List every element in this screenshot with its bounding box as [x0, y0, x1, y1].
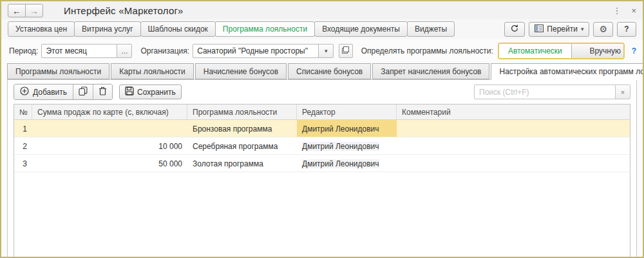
table-row[interactable]: 1 Бронзовая программа Дмитрий Леонидович	[14, 120, 630, 137]
forward-button[interactable]: →	[25, 4, 43, 17]
cell-program[interactable]: Бронзовая программа	[187, 120, 297, 137]
toggle-help-link[interactable]: ?	[632, 46, 636, 55]
cell-editor[interactable]: Дмитрий Леонидович	[302, 159, 379, 168]
cell-comment[interactable]	[397, 120, 630, 137]
column-header-editor[interactable]: Редактор	[297, 104, 397, 119]
filter-row: Период: Этот месяц ... Организация: Сана…	[1, 39, 643, 63]
table-header-row: № Сумма продаж по карте (с, включая) Про…	[14, 104, 630, 120]
back-button[interactable]: ←	[8, 4, 26, 17]
organization-open-button[interactable]	[339, 44, 353, 58]
goto-dropdown-icon: ▾	[581, 26, 584, 32]
chevron-down-icon: ▾	[325, 48, 328, 54]
window-menu-icon[interactable]: ⋮	[612, 6, 621, 15]
column-header-program[interactable]: Программа лояльности	[187, 104, 297, 119]
app-window: ← → Интерфейс «Маркетолог» ⋮ × Установка…	[0, 0, 644, 258]
back-arrow-icon: ←	[12, 6, 21, 16]
list-toolbar: Добавить Сохранить	[14, 84, 630, 104]
cell-num[interactable]: 1	[14, 120, 32, 137]
command-bar: Установка цен Витрина услуг Шаблоны скид…	[1, 19, 643, 39]
organization-control: Санаторий "Родные просторы" ▾	[193, 44, 334, 58]
goto-label: Перейти	[547, 25, 578, 34]
main-tab-strip: Установка цен Витрина услуг Шаблоны скид…	[8, 21, 455, 37]
tab-content-panel: Добавить Сохранить	[7, 79, 637, 258]
copy-button[interactable]	[73, 84, 93, 99]
tab-discount-templates[interactable]: Шаблоны скидок	[140, 21, 216, 37]
subtab-bonus-writeoff[interactable]: Списание бонусов	[288, 63, 371, 79]
edit-button-group: Добавить	[14, 84, 113, 100]
subtab-loyalty-cards[interactable]: Карты лояльности	[111, 63, 194, 79]
period-label: Период:	[9, 46, 38, 55]
cell-editor-focused[interactable]: Дмитрий Леонидович	[297, 120, 397, 137]
refresh-icon	[510, 24, 519, 35]
period-more-button[interactable]: ...	[117, 44, 132, 58]
search-control: ×	[474, 84, 630, 99]
period-input[interactable]: Этот месяц	[41, 44, 117, 58]
organization-dropdown-button[interactable]: ▾	[318, 44, 334, 58]
toggle-manual[interactable]: Вручную	[572, 44, 625, 58]
goto-button[interactable]: Перейти ▾	[529, 22, 589, 37]
subtab-auto-program-settings[interactable]: Настройка автоматических программ лояльн…	[491, 63, 644, 80]
copy-icon	[79, 86, 88, 97]
sub-tab-strip: Программы лояльности Карты лояльности На…	[1, 63, 643, 79]
history-nav: ← →	[8, 4, 43, 17]
cell-comment[interactable]	[397, 155, 630, 172]
cell-amount[interactable]: 50 000	[32, 155, 187, 172]
tab-widgets[interactable]: Виджеты	[407, 21, 455, 37]
help-button[interactable]: ?	[617, 22, 636, 37]
window-close-icon[interactable]: ×	[631, 6, 636, 15]
cell-comment[interactable]	[397, 137, 630, 154]
tab-price-setting[interactable]: Установка цен	[8, 21, 75, 37]
refresh-button[interactable]	[504, 22, 525, 37]
clear-x-icon: ×	[621, 88, 625, 96]
gear-icon: ⚙	[599, 25, 607, 34]
goto-icon	[535, 25, 544, 34]
determine-programs-label: Определять программы лояльности:	[361, 46, 493, 55]
subtab-loyalty-programs[interactable]: Программы лояльности	[7, 63, 109, 79]
organization-input[interactable]: Санаторий "Родные просторы"	[193, 44, 319, 58]
add-button-label: Добавить	[33, 88, 67, 97]
subtab-bonus-accrual[interactable]: Начисление бонусов	[195, 63, 287, 79]
cell-amount[interactable]: 10 000	[32, 137, 187, 154]
cell-amount[interactable]	[32, 120, 187, 137]
subtab-accrual-ban[interactable]: Запрет начисления бонусов	[372, 63, 489, 79]
add-button[interactable]: Добавить	[14, 84, 73, 99]
title-bar: ← → Интерфейс «Маркетолог» ⋮ ×	[1, 1, 643, 19]
cell-num[interactable]: 3	[14, 155, 32, 172]
determine-mode-toggle: Автоматически Вручную	[498, 43, 625, 59]
add-plus-icon	[20, 86, 29, 97]
page-title: Интерфейс «Маркетолог»	[64, 5, 184, 16]
save-icon	[125, 86, 134, 97]
cell-program[interactable]: Серебряная программа	[187, 137, 297, 154]
tab-service-showcase[interactable]: Витрина услуг	[74, 21, 140, 37]
delete-button[interactable]	[93, 84, 112, 99]
tab-incoming-documents[interactable]: Входящие документы	[314, 21, 408, 37]
column-header-amount[interactable]: Сумма продаж по карте (с, включая)	[32, 104, 187, 119]
save-button-label: Сохранить	[137, 88, 176, 97]
loyalty-settings-table: № Сумма продаж по карте (с, включая) Про…	[14, 104, 630, 258]
cell-program[interactable]: Золотая программа	[187, 155, 297, 172]
toggle-automatic[interactable]: Автоматически	[499, 44, 572, 58]
forward-arrow-icon: →	[30, 6, 39, 16]
table-row[interactable]: 2 10 000 Серебряная программа Дмитрий Ле…	[14, 137, 630, 155]
column-header-num[interactable]: №	[14, 104, 32, 119]
table-row[interactable]: 3 50 000 Золотая программа Дмитрий Леони…	[14, 155, 630, 172]
open-form-icon	[342, 46, 349, 55]
period-control: Этот месяц ...	[41, 44, 132, 58]
search-input[interactable]	[474, 84, 616, 99]
save-button[interactable]: Сохранить	[119, 84, 182, 99]
settings-button[interactable]: ⚙	[593, 22, 613, 37]
cell-num[interactable]: 2	[14, 137, 32, 154]
help-icon: ?	[624, 25, 629, 34]
cell-editor[interactable]: Дмитрий Леонидович	[302, 142, 379, 151]
search-clear-button[interactable]: ×	[615, 84, 630, 99]
organization-label: Организация:	[140, 46, 189, 55]
column-header-comment[interactable]: Комментарий	[397, 104, 630, 119]
trash-icon	[99, 86, 107, 97]
tab-loyalty-program[interactable]: Программа лояльности	[215, 21, 315, 37]
